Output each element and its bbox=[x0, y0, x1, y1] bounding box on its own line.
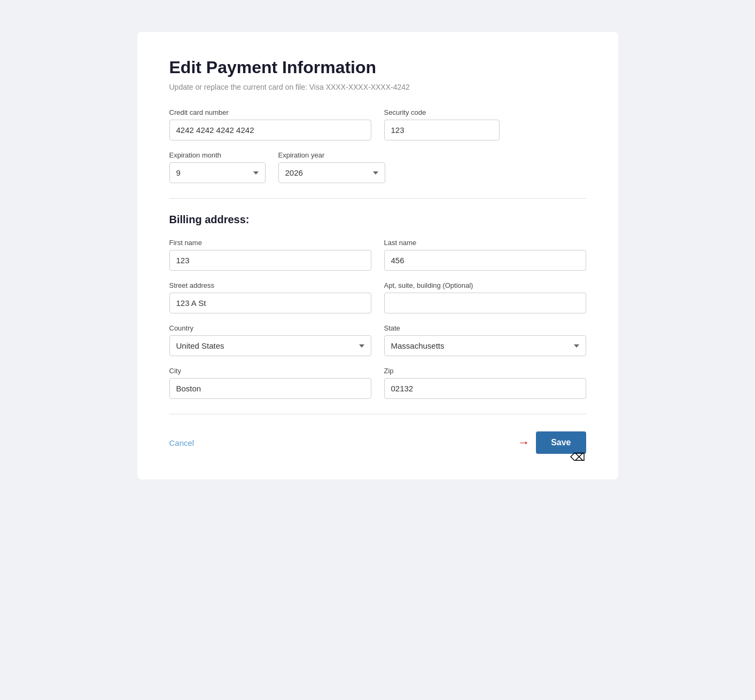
card-row-1: Credit card number Security code bbox=[169, 108, 586, 140]
billing-row-4: City Zip bbox=[169, 367, 586, 399]
city-input[interactable] bbox=[169, 378, 371, 399]
credit-card-label: Credit card number bbox=[169, 108, 371, 116]
exp-year-group: Expiration year 2024 2025 2026 2027 2028… bbox=[278, 151, 385, 183]
security-code-input[interactable] bbox=[384, 120, 500, 140]
card-row-2: Expiration month 1 2 3 4 5 6 7 8 9 10 11… bbox=[169, 151, 586, 183]
card-section: Credit card number Security code Expirat… bbox=[169, 108, 586, 183]
street-input[interactable] bbox=[169, 293, 371, 313]
arrow-indicator: → bbox=[518, 436, 530, 450]
page-container: Edit Payment Information Update or repla… bbox=[137, 32, 618, 479]
billing-row-2: Street address Apt, suite, building (Opt… bbox=[169, 281, 586, 313]
billing-title: Billing address: bbox=[169, 214, 586, 226]
country-group: Country United States Canada United King… bbox=[169, 324, 371, 356]
last-name-input[interactable] bbox=[384, 250, 586, 271]
last-name-label: Last name bbox=[384, 239, 586, 247]
page-title: Edit Payment Information bbox=[169, 58, 586, 77]
exp-year-select[interactable]: 2024 2025 2026 2027 2028 2029 2030 bbox=[278, 162, 385, 183]
apt-group: Apt, suite, building (Optional) bbox=[384, 281, 586, 313]
billing-row-3: Country United States Canada United King… bbox=[169, 324, 586, 356]
last-name-group: Last name bbox=[384, 239, 586, 271]
section-divider-1 bbox=[169, 198, 586, 199]
state-group: State Alabama Alaska Arizona California … bbox=[384, 324, 586, 356]
street-label: Street address bbox=[169, 281, 371, 289]
actions-row: Cancel → Save ⌫ bbox=[169, 431, 586, 454]
billing-section: Billing address: First name Last name St… bbox=[169, 214, 586, 399]
apt-label: Apt, suite, building (Optional) bbox=[384, 281, 586, 289]
country-select[interactable]: United States Canada United Kingdom Aust… bbox=[169, 335, 371, 356]
exp-month-label: Expiration month bbox=[169, 151, 266, 159]
section-divider-2 bbox=[169, 414, 586, 414]
credit-card-group: Credit card number bbox=[169, 108, 371, 140]
street-group: Street address bbox=[169, 281, 371, 313]
zip-input[interactable] bbox=[384, 378, 586, 399]
country-label: Country bbox=[169, 324, 371, 332]
city-group: City bbox=[169, 367, 371, 399]
state-label: State bbox=[384, 324, 586, 332]
exp-month-select[interactable]: 1 2 3 4 5 6 7 8 9 10 11 12 bbox=[169, 162, 266, 183]
billing-row-1: First name Last name bbox=[169, 239, 586, 271]
zip-group: Zip bbox=[384, 367, 586, 399]
exp-year-label: Expiration year bbox=[278, 151, 385, 159]
first-name-group: First name bbox=[169, 239, 371, 271]
city-label: City bbox=[169, 367, 371, 375]
cursor-icon: ⌫ bbox=[570, 451, 585, 463]
cancel-button[interactable]: Cancel bbox=[169, 438, 194, 447]
credit-card-input[interactable] bbox=[169, 120, 371, 140]
exp-month-group: Expiration month 1 2 3 4 5 6 7 8 9 10 11… bbox=[169, 151, 266, 183]
first-name-label: First name bbox=[169, 239, 371, 247]
apt-input[interactable] bbox=[384, 293, 586, 313]
zip-label: Zip bbox=[384, 367, 586, 375]
state-select[interactable]: Alabama Alaska Arizona California Florid… bbox=[384, 335, 586, 356]
save-area: → Save ⌫ bbox=[518, 431, 586, 454]
first-name-input[interactable] bbox=[169, 250, 371, 271]
security-code-label: Security code bbox=[384, 108, 500, 116]
security-code-group: Security code bbox=[384, 108, 500, 140]
page-subtitle: Update or replace the current card on fi… bbox=[169, 83, 586, 91]
